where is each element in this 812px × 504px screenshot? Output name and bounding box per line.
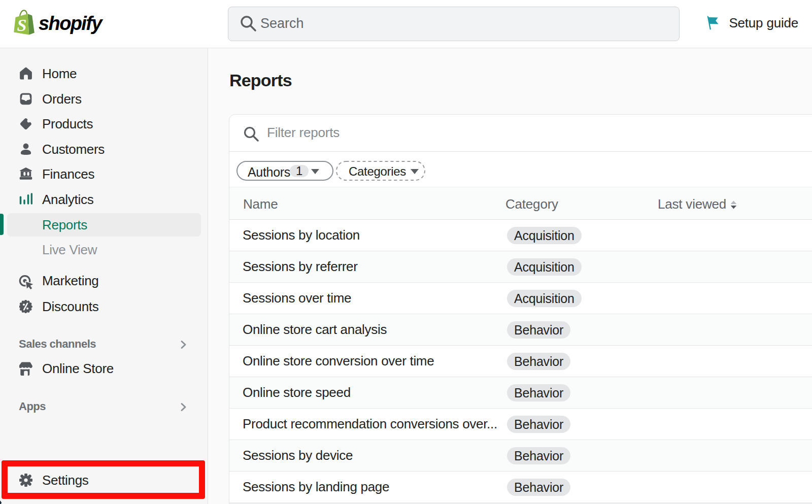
svg-text:S: S: [17, 16, 27, 35]
